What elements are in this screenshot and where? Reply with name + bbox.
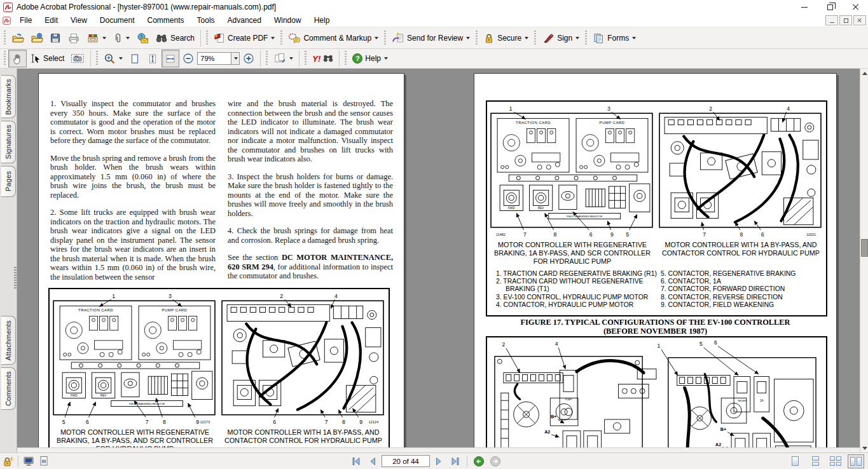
callout-number: 8 — [553, 231, 556, 238]
toolbar-grip[interactable] — [266, 51, 268, 66]
toolbar-grip[interactable] — [4, 31, 6, 46]
vertical-scrollbar[interactable] — [860, 69, 868, 452]
organizer-button[interactable] — [83, 29, 109, 47]
select-tool-button[interactable]: Select — [27, 50, 67, 67]
toolbar-grip[interactable] — [280, 31, 282, 46]
email-button[interactable] — [133, 29, 152, 47]
yahoo-label: Y! — [312, 54, 320, 64]
fit-page-button[interactable] — [126, 50, 144, 67]
callout-number: 6 — [761, 231, 764, 238]
toolbar-grip[interactable] — [534, 31, 536, 46]
forms-button[interactable]: Forms — [589, 29, 639, 47]
first-page-button[interactable] — [348, 454, 364, 468]
save-button[interactable] — [46, 29, 64, 47]
tab-comments[interactable]: Comments — [1, 367, 16, 410]
comment-markup-button[interactable]: Comment & Markup — [285, 29, 382, 47]
statusbar-separator — [18, 456, 18, 467]
menu-tools[interactable]: Tools — [191, 15, 221, 27]
send-for-review-button[interactable]: Send for Review — [389, 29, 473, 47]
menu-comments[interactable]: Comments — [141, 15, 191, 27]
secure-button[interactable]: Secure — [480, 29, 532, 47]
open-web-button[interactable] — [27, 29, 46, 47]
horizontal-scrollbar[interactable] — [17, 447, 860, 452]
zoom-tool-button[interactable] — [100, 50, 126, 67]
open-button[interactable] — [8, 29, 27, 47]
acrobat-app-icon — [3, 3, 13, 12]
doc-minimize-button[interactable] — [825, 15, 838, 25]
fit-height-button[interactable] — [144, 50, 162, 67]
attach-button[interactable] — [109, 29, 133, 47]
sign-button[interactable]: Sign — [539, 29, 582, 47]
create-pdf-button[interactable]: Create PDF — [210, 29, 278, 47]
menu-document[interactable]: Document — [93, 15, 141, 27]
snapshot-tool-button[interactable] — [67, 50, 88, 67]
single-page-button[interactable] — [787, 454, 803, 468]
previous-page-button[interactable] — [365, 454, 380, 468]
callout-number: 2 — [280, 293, 283, 299]
toolbar-grip[interactable] — [305, 51, 307, 66]
page-display-button[interactable] — [270, 50, 296, 67]
continuous-button[interactable] — [807, 454, 823, 468]
panel-splitter-grip[interactable] — [14, 267, 17, 289]
scroll-down-button[interactable] — [861, 444, 868, 452]
legend-item: 7. CONTACTOR, FORWARD DIRECTION — [661, 285, 821, 293]
menu-advanced[interactable]: Advanced — [221, 15, 268, 27]
menu-window[interactable]: Window — [268, 15, 308, 27]
window-restore-button[interactable] — [817, 0, 843, 14]
zoom-in-button[interactable] — [240, 50, 258, 67]
facing-button[interactable] — [848, 454, 864, 468]
toolbar-grip[interactable] — [345, 51, 347, 66]
print-button[interactable] — [64, 29, 83, 47]
tab-attachments[interactable]: Attachments — [1, 316, 16, 365]
pdf-page-right[interactable]: 1 3 7 8 6 9 5 — [474, 73, 837, 452]
page-options-button[interactable] — [36, 454, 52, 468]
screen-mode-button[interactable] — [21, 454, 36, 468]
help-button[interactable]: ? Help — [349, 50, 391, 67]
menu-file[interactable]: File — [13, 15, 38, 27]
tab-pages[interactable]: Pages — [1, 166, 16, 197]
status-bar — [0, 452, 868, 469]
figure-title-line1: FIGURE 17. TYPICAL CONFIGURATIONS OF THE… — [474, 318, 836, 327]
last-page-button[interactable] — [448, 454, 463, 468]
next-page-button[interactable] — [431, 454, 446, 468]
callout-number: 2 — [709, 105, 712, 112]
callout-number: 1 — [658, 343, 661, 349]
scroll-up-button[interactable] — [861, 69, 868, 77]
toolbar-grip[interactable] — [384, 31, 386, 46]
menu-edit[interactable]: Edit — [38, 15, 64, 27]
previous-view-button[interactable] — [471, 454, 486, 468]
page-number-input[interactable] — [382, 455, 430, 467]
menu-view[interactable]: View — [64, 15, 93, 27]
paragraph: 4. Check the brush springs for damage fr… — [228, 226, 393, 245]
help-label: Help — [365, 54, 381, 63]
zoom-out-button[interactable] — [179, 50, 197, 67]
scrollbar-thumb[interactable] — [861, 239, 868, 257]
tab-signatures[interactable]: Signatures — [1, 121, 16, 163]
toolbar-grip[interactable] — [96, 51, 98, 66]
snapshot-camera-icon — [71, 53, 85, 64]
security-status-button[interactable] — [0, 454, 15, 468]
continuous-facing-button[interactable] — [827, 454, 844, 468]
toolbar-grip[interactable] — [585, 31, 587, 46]
next-view-button[interactable] — [488, 454, 503, 468]
yahoo-messenger-button[interactable]: Y! — [309, 50, 336, 67]
toolbar-grip[interactable] — [206, 31, 208, 46]
menu-help[interactable]: Help — [308, 15, 336, 27]
pdf-page-left[interactable]: 1. Visually inspect the commutator and b… — [38, 73, 404, 452]
document-view[interactable]: 1. Visually inspect the commutator and b… — [17, 69, 860, 452]
toolbar-grip[interactable] — [4, 51, 6, 66]
doc-restore-button[interactable] — [839, 15, 852, 25]
yahoo-binoculars-icon — [323, 54, 333, 63]
toolbar-grip[interactable] — [476, 31, 478, 46]
callout-number: 8 — [163, 419, 166, 425]
search-button[interactable]: Search — [152, 29, 198, 47]
window-close-button[interactable] — [843, 0, 868, 14]
pump-label: PUMP — [565, 398, 572, 401]
fit-width-button[interactable] — [162, 50, 179, 67]
doc-close-button[interactable] — [853, 15, 866, 25]
zoom-level-input[interactable] — [197, 52, 231, 65]
hand-tool-button[interactable] — [8, 50, 27, 67]
tab-bookmarks[interactable]: Bookmarks — [1, 75, 16, 118]
zoom-dropdown-button[interactable] — [231, 52, 240, 65]
window-minimize-button[interactable] — [792, 0, 817, 14]
